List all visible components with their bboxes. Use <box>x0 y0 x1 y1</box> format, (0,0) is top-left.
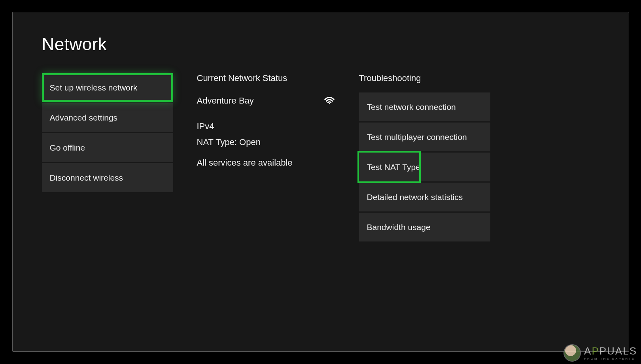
button-label: Bandwidth usage <box>367 223 431 232</box>
services-status: All services are available <box>197 158 335 168</box>
disconnect-wireless-button[interactable]: Disconnect wireless <box>42 163 173 192</box>
troubleshooting-heading: Troubleshooting <box>359 73 490 83</box>
button-label: Test NAT Type <box>367 162 420 172</box>
svg-point-0 <box>329 103 330 104</box>
test-network-connection-button[interactable]: Test network connection <box>359 92 490 121</box>
button-label: Test network connection <box>367 102 456 112</box>
troubleshooting-column: Troubleshooting Test network connection … <box>359 73 490 241</box>
nat-type: NAT Type: Open <box>197 137 335 147</box>
bandwidth-usage-button[interactable]: Bandwidth usage <box>359 213 490 241</box>
wifi-icon <box>323 94 335 108</box>
setup-wireless-button[interactable]: Set up wireless network <box>42 73 173 102</box>
test-nat-type-button[interactable]: Test NAT Type <box>359 153 490 181</box>
watermark-text: APPUALS FROM THE EXPERTS <box>584 346 637 360</box>
advanced-settings-button[interactable]: Advanced settings <box>42 103 173 132</box>
button-label: Disconnect wireless <box>50 173 123 183</box>
button-label: Set up wireless network <box>50 83 138 92</box>
button-label: Detailed network statistics <box>367 192 463 202</box>
watermark-brand: APPUALS <box>584 346 637 356</box>
network-name: Adventure Bay <box>197 96 254 106</box>
button-label: Advanced settings <box>50 113 118 123</box>
network-actions-column: Set up wireless network Advanced setting… <box>42 73 173 192</box>
detailed-network-statistics-button[interactable]: Detailed network statistics <box>359 183 490 211</box>
watermark-accent: P <box>592 345 599 357</box>
button-label: Go offline <box>50 143 85 153</box>
watermark-avatar-icon <box>563 344 581 362</box>
status-heading: Current Network Status <box>197 73 335 83</box>
network-name-row: Adventure Bay <box>197 94 335 108</box>
go-offline-button[interactable]: Go offline <box>42 133 173 162</box>
columns: Set up wireless network Advanced setting… <box>42 73 599 241</box>
button-label: Test multiplayer connection <box>367 132 467 142</box>
page-title: Network <box>42 34 599 54</box>
watermark: APPUALS FROM THE EXPERTS <box>563 344 637 362</box>
network-settings-window: Network Set up wireless network Advanced… <box>12 12 629 352</box>
network-status-column: Current Network Status Adventure Bay IPv… <box>197 73 335 178</box>
ip-version: IPv4 <box>197 121 335 132</box>
watermark-tagline: FROM THE EXPERTS <box>584 357 637 360</box>
test-multiplayer-connection-button[interactable]: Test multiplayer connection <box>359 123 490 151</box>
